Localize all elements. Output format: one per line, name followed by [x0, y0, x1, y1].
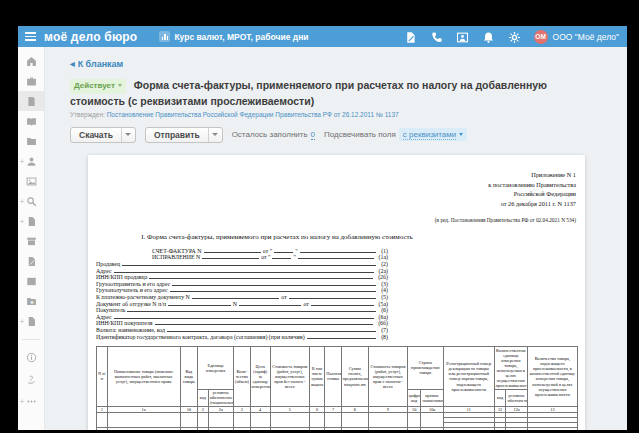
plus-marker: +: [20, 218, 24, 225]
sidebar-item-handbook[interactable]: [18, 111, 44, 131]
invoice-table-cell[interactable]: [234, 427, 251, 430]
sidebar-item-document-person[interactable]: +: [18, 311, 44, 331]
invoice-table-cell[interactable]: [208, 412, 233, 427]
sidebar-item-document-edit[interactable]: [18, 251, 44, 271]
send-dropdown-caret[interactable]: [208, 128, 222, 142]
sidebar-item-photo-card[interactable]: [18, 271, 44, 291]
form-blank-field[interactable]: [272, 254, 291, 259]
traceability-cell[interactable]: [506, 427, 527, 430]
hamburger-menu-icon[interactable]: [25, 32, 36, 41]
invoice-table-cell[interactable]: [198, 412, 209, 427]
form-blank-field[interactable]: [149, 274, 373, 279]
gear-icon[interactable]: [508, 30, 521, 43]
form-line-label: Грузоотправитель и его адрес: [96, 281, 170, 288]
form-blank-field[interactable]: [298, 254, 374, 259]
invoice-table-cell[interactable]: [97, 412, 108, 427]
invoice-table-cell[interactable]: [309, 427, 325, 430]
traceability-cell[interactable]: [443, 427, 494, 430]
form-blank-field[interactable]: [311, 301, 374, 306]
table-column-header: Сумма налога, предъявляемая покупателю: [341, 347, 368, 407]
form-blank-field[interactable]: [114, 268, 374, 273]
sidebar-item-person[interactable]: +: [18, 151, 44, 171]
invoice-table-cell[interactable]: [97, 427, 108, 430]
traceability-cell[interactable]: [494, 427, 506, 430]
sidebar-item-folder-star[interactable]: ★: [18, 291, 44, 311]
form-blank-field[interactable]: [239, 301, 302, 306]
invoice-table-cell[interactable]: [368, 427, 407, 430]
form-blank-field[interactable]: [274, 248, 293, 253]
form-blank-field[interactable]: [127, 307, 376, 312]
form-blank-field[interactable]: [170, 287, 377, 292]
invoice-table-cell[interactable]: [208, 427, 233, 430]
form-line: Продавец(2): [96, 261, 388, 268]
invoice-table-cell[interactable]: [250, 412, 270, 427]
traceability-cell[interactable]: [527, 427, 577, 430]
sidebar-item-archive[interactable]: [18, 231, 44, 251]
bell-icon[interactable]: [482, 30, 495, 43]
table-subcolumn-header: код: [494, 389, 506, 406]
invoice-table-cell[interactable]: [198, 427, 209, 430]
invoice-table-cell[interactable]: [250, 427, 270, 430]
sidebar-item-document[interactable]: +: [18, 211, 44, 231]
invoice-table-cell[interactable]: [107, 412, 180, 427]
invoice-table-cell[interactable]: [407, 427, 421, 430]
invoice-table-cell[interactable]: [234, 412, 251, 427]
sidebar-item-image-edit[interactable]: [18, 171, 44, 191]
invoice-table-cell[interactable]: [341, 427, 368, 430]
invoice-table-cell[interactable]: [107, 427, 180, 430]
image-edit-icon: [26, 176, 37, 187]
sidebar-item-home[interactable]: [18, 51, 44, 71]
app-logo[interactable]: моё дело бюро: [44, 30, 137, 44]
form-blank-field[interactable]: [192, 294, 279, 299]
form-blank-field[interactable]: [168, 301, 231, 306]
download-dropdown-caret[interactable]: [121, 128, 135, 142]
approved-regulation-link[interactable]: Постановление Правительства Российской Ф…: [107, 111, 399, 118]
sidebar-item-more[interactable]: +: [18, 390, 44, 412]
form-blank-field[interactable]: [204, 248, 261, 253]
sidebar-item-search[interactable]: +: [18, 191, 44, 211]
invoice-table-cell[interactable]: [421, 412, 443, 427]
invoice-table-cell[interactable]: [309, 412, 325, 427]
invoice-table-cell[interactable]: [180, 412, 197, 427]
send-button[interactable]: Отправить: [145, 127, 223, 143]
invoice-table-cell[interactable]: [421, 427, 443, 430]
menu-item-currency-rates[interactable]: Курс валют, МРОТ, рабочие дни: [159, 31, 308, 42]
sidebar-item-blanks[interactable]: [18, 91, 44, 111]
form-blank-field[interactable]: [122, 261, 376, 266]
sidebar-item-briefcase[interactable]: [18, 71, 44, 91]
form-blank-field[interactable]: [300, 248, 376, 253]
sidebar-item-info[interactable]: [18, 346, 44, 368]
form-blank-field[interactable]: [307, 334, 376, 339]
invoice-table-cell[interactable]: [325, 427, 342, 430]
remaining-count-link[interactable]: 0: [311, 130, 315, 140]
form-blank-field[interactable]: [202, 254, 259, 259]
sidebar-item-support[interactable]: [18, 368, 44, 390]
sidebar-item-shared-folder[interactable]: [18, 131, 44, 151]
invoice-table-cell[interactable]: [368, 412, 407, 427]
invoice-table-cell[interactable]: [325, 412, 342, 427]
form-line-label: от: [281, 294, 286, 301]
document-edit-icon: [26, 256, 37, 267]
document-edit-icon[interactable]: [404, 30, 417, 43]
plus-marker: +: [20, 318, 24, 325]
form-blank-field[interactable]: [172, 281, 376, 286]
invoice-table-cell[interactable]: [270, 427, 309, 430]
back-to-blanks-link[interactable]: ◀ К бланкам: [70, 59, 123, 69]
download-button[interactable]: Скачать: [70, 127, 136, 143]
account-menu[interactable]: ОМ ООО "Моё дело": [534, 30, 619, 44]
form-blank-field[interactable]: [289, 294, 376, 299]
status-badge[interactable]: Действует: [70, 79, 126, 94]
invoice-table-cell[interactable]: [341, 412, 368, 427]
invoice-table-cell[interactable]: [407, 412, 421, 427]
support-icon: [26, 374, 37, 385]
invoice-table-cell[interactable]: [180, 427, 197, 430]
form-blank-field[interactable]: [167, 327, 376, 332]
highlight-mode-dropdown[interactable]: с реквизитами: [399, 128, 467, 141]
invoice-table-cell[interactable]: [270, 412, 309, 427]
phone-icon[interactable]: [430, 30, 443, 43]
form-line: Адрес(2а): [96, 268, 388, 275]
sidebar: +++★++: [18, 47, 45, 430]
calendar-person-icon[interactable]: [456, 30, 469, 43]
form-blank-field[interactable]: [155, 320, 374, 325]
form-blank-field[interactable]: [114, 314, 374, 319]
